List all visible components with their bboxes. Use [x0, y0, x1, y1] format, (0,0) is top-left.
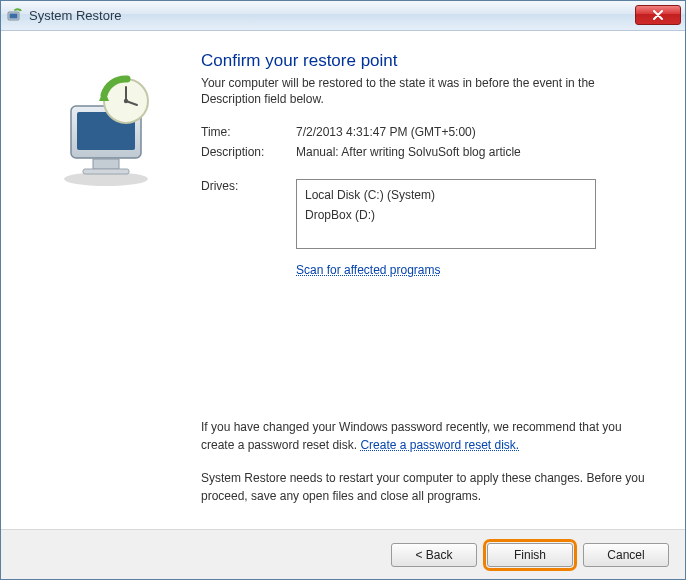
description-row: Description: Manual: After writing Solvu…: [201, 145, 655, 159]
drives-row: Drives: Local Disk (C:) (System) DropBox…: [201, 179, 655, 249]
drives-label: Drives:: [201, 179, 296, 193]
scan-link-row: Scan for affected programs: [296, 263, 655, 277]
close-icon: [653, 10, 663, 20]
cancel-button[interactable]: Cancel: [583, 543, 669, 567]
time-row: Time: 7/2/2013 4:31:47 PM (GMT+5:00): [201, 125, 655, 139]
description-label: Description:: [201, 145, 296, 159]
description-value: Manual: After writing SolvuSoft blog art…: [296, 145, 655, 159]
system-restore-window: System Restore: [0, 0, 686, 580]
page-heading: Confirm your restore point: [201, 51, 655, 71]
time-label: Time:: [201, 125, 296, 139]
left-column: [11, 51, 201, 519]
svg-rect-1: [10, 13, 18, 18]
body-area: Confirm your restore point Your computer…: [1, 31, 685, 529]
window-title: System Restore: [29, 8, 121, 23]
drive-item: DropBox (D:): [305, 206, 587, 225]
time-value: 7/2/2013 4:31:47 PM (GMT+5:00): [296, 125, 655, 139]
scan-affected-programs-link[interactable]: Scan for affected programs: [296, 263, 441, 277]
content-column: Confirm your restore point Your computer…: [201, 51, 655, 519]
restore-icon: [7, 8, 23, 24]
create-password-reset-disk-link[interactable]: Create a password reset disk.: [360, 438, 519, 452]
password-notice: If you have changed your Windows passwor…: [201, 419, 655, 454]
close-button[interactable]: [635, 5, 681, 25]
button-bar: < Back Finish Cancel: [1, 529, 685, 579]
titlebar: System Restore: [1, 1, 685, 31]
finish-button[interactable]: Finish: [487, 543, 573, 567]
drive-item: Local Disk (C:) (System): [305, 186, 587, 205]
restore-illustration-icon: [41, 71, 171, 194]
drives-list: Local Disk (C:) (System) DropBox (D:): [296, 179, 596, 249]
page-subtext: Your computer will be restored to the st…: [201, 75, 655, 107]
svg-rect-7: [83, 169, 129, 174]
back-button[interactable]: < Back: [391, 543, 477, 567]
svg-rect-6: [93, 159, 119, 169]
restart-notice: System Restore needs to restart your com…: [201, 470, 655, 505]
